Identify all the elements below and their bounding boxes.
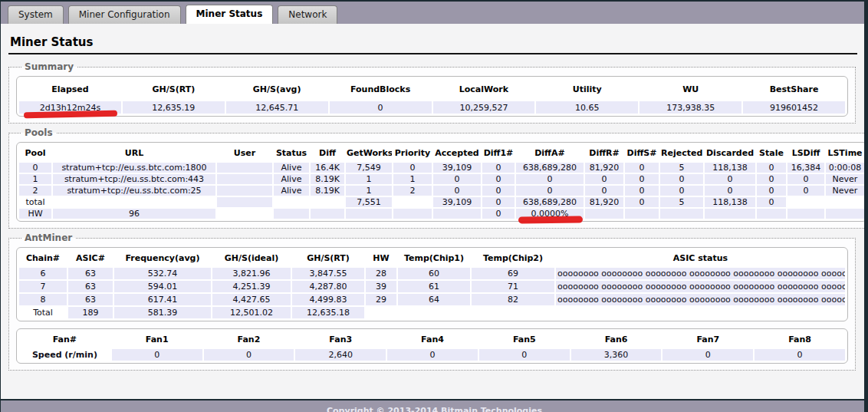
table-cell bbox=[705, 209, 755, 219]
column-header: Fan4 bbox=[387, 331, 478, 348]
column-header: Fan6 bbox=[571, 331, 662, 348]
column-header: Rejected bbox=[660, 145, 703, 161]
pools-table-wrap: PoolURLUserStatusDiffGetWorksPriorityAcc… bbox=[16, 142, 867, 222]
table-cell: 594.01 bbox=[114, 281, 211, 292]
table-cell: 0 bbox=[433, 174, 481, 184]
pools-table: PoolURLUserStatusDiffGetWorksPriorityAcc… bbox=[18, 143, 866, 220]
table-cell: stratum+tcp://eu.ss.btc.com:25 bbox=[53, 186, 215, 196]
table-cell: 0 bbox=[479, 349, 570, 361]
table-cell bbox=[625, 209, 659, 219]
table-cell: stratum+tcp://eu.ss.btc.com:443 bbox=[53, 174, 215, 184]
table-cell: 3,821.96 bbox=[212, 268, 291, 279]
column-header: DiffA# bbox=[516, 145, 584, 161]
table-row: 0stratum+tcp://eu.ss.btc.com:1800Alive16… bbox=[19, 163, 864, 173]
table-cell bbox=[585, 209, 623, 219]
title-divider bbox=[8, 53, 857, 54]
table-cell: 12,501.02 bbox=[212, 307, 291, 318]
table-cell: 4,251.39 bbox=[212, 281, 291, 292]
miner-status-page: Miner Status Summary ElapsedGH/S(RT)GH/S… bbox=[1, 24, 868, 399]
table-cell: 7,549 bbox=[346, 163, 392, 173]
table-cell: Never bbox=[826, 174, 864, 184]
table-cell bbox=[217, 163, 272, 173]
pools-legend: Pools bbox=[21, 127, 56, 138]
summary-table: ElapsedGH/S(RT)GH/S(avg)FoundBlocksLocal… bbox=[18, 77, 847, 115]
table-row: 1stratum+tcp://eu.ss.btc.com:443Alive8.1… bbox=[19, 174, 864, 184]
table-cell: 0 bbox=[516, 174, 584, 184]
table-cell: 638,689,280 bbox=[516, 197, 584, 207]
column-header: GH/S(ideal) bbox=[212, 250, 291, 266]
column-header: DiffR# bbox=[585, 145, 623, 161]
column-header: Fan# bbox=[19, 331, 110, 348]
table-cell: 1 bbox=[19, 174, 51, 184]
table-cell: oooooooo oooooooo oooooooo oooooooo oooo… bbox=[556, 268, 845, 279]
table-cell: 0 bbox=[757, 197, 786, 207]
table-cell bbox=[311, 197, 344, 207]
table-cell: 82 bbox=[472, 294, 554, 305]
table-cell: 7,551 bbox=[346, 197, 392, 207]
copyright-text: Copyright © 2013-2014 Bitmain Technologi… bbox=[1, 400, 868, 412]
table-cell: 61 bbox=[398, 281, 470, 292]
column-header: Diff1# bbox=[482, 145, 515, 161]
tab-miner-configuration[interactable]: Miner Configuration bbox=[68, 5, 181, 24]
table-cell: 6 bbox=[19, 268, 67, 279]
column-header: URL bbox=[53, 145, 215, 161]
table-cell bbox=[217, 174, 272, 184]
table-cell: 2d13h12m24s bbox=[19, 101, 121, 114]
table-cell: 7 bbox=[19, 281, 67, 292]
column-header: GetWorks bbox=[346, 145, 392, 161]
table-cell bbox=[393, 209, 432, 219]
table-cell bbox=[787, 197, 824, 207]
column-header: Pool bbox=[19, 145, 51, 161]
column-header: Fan1 bbox=[112, 331, 202, 348]
table-cell: stratum+tcp://eu.ss.btc.com:1800 bbox=[53, 163, 215, 173]
top-tab-bar: SystemMiner ConfigurationMiner StatusNet… bbox=[1, 0, 868, 24]
table-cell: 4,427.65 bbox=[212, 294, 291, 305]
table-cell: 12,635.19 bbox=[123, 101, 225, 114]
fans-table-wrap: Fan#Fan1Fan2Fan3Fan4Fan5Fan6Fan7Fan8Spee… bbox=[16, 328, 848, 364]
header-row: ElapsedGH/S(RT)GH/S(avg)FoundBlocksLocal… bbox=[19, 79, 845, 100]
table-cell: 0 bbox=[757, 174, 786, 184]
table-cell: 0 bbox=[705, 174, 755, 184]
column-header: HW bbox=[366, 250, 396, 266]
column-header: DiffS# bbox=[625, 145, 659, 161]
summary-legend: Summary bbox=[21, 61, 77, 72]
table-row: total7,55139,1090638,689,28081,92005118,… bbox=[19, 197, 864, 207]
column-header: LSDiff bbox=[787, 145, 824, 161]
section-gap bbox=[16, 321, 848, 328]
table-cell: 0 bbox=[585, 174, 623, 184]
table-cell bbox=[274, 197, 309, 207]
table-row: 2d13h12m24s12,635.1912,645.71010,259,527… bbox=[19, 101, 845, 114]
column-header: Fan3 bbox=[295, 331, 386, 348]
tab-network[interactable]: Network bbox=[278, 5, 337, 24]
tab-miner-status[interactable]: Miner Status bbox=[186, 5, 274, 24]
table-cell: 0 bbox=[787, 174, 824, 184]
table-cell: oooooooo oooooooo oooooooo oooooooo oooo… bbox=[556, 294, 845, 305]
table-cell: 0 bbox=[625, 174, 659, 184]
tab-system[interactable]: System bbox=[8, 5, 64, 24]
column-header: FoundBlocks bbox=[330, 79, 432, 100]
table-cell: 8.19K bbox=[311, 174, 344, 184]
column-header: Utility bbox=[536, 79, 638, 100]
table-cell: 28 bbox=[366, 268, 396, 279]
table-cell: total bbox=[19, 197, 51, 207]
antminer-web-ui: SystemMiner ConfigurationMiner StatusNet… bbox=[0, 0, 868, 412]
column-header: BestShare bbox=[743, 79, 845, 100]
table-cell bbox=[556, 307, 845, 318]
table-cell: 0 bbox=[663, 349, 753, 361]
table-cell bbox=[53, 197, 215, 207]
table-row: Total189581.3912,501.0212,635.18 bbox=[19, 307, 845, 318]
column-header: GH/S(avg) bbox=[226, 79, 328, 100]
column-header: Status bbox=[274, 145, 309, 161]
column-header: ASIC status bbox=[556, 250, 845, 266]
table-cell: 0 bbox=[625, 163, 659, 173]
table-cell: 10,259,527 bbox=[433, 101, 535, 114]
table-cell: Alive bbox=[274, 174, 309, 184]
table-cell: 0 bbox=[482, 186, 515, 196]
column-header: Temp(Chip2) bbox=[472, 250, 554, 266]
table-cell: 0 bbox=[330, 101, 432, 114]
table-row: HW9600.0000% bbox=[19, 209, 864, 219]
table-cell bbox=[393, 197, 432, 207]
table-cell: oooooooo oooooooo oooooooo oooooooo oooo… bbox=[556, 281, 845, 292]
table-cell: 39 bbox=[366, 281, 396, 292]
column-header: User bbox=[217, 145, 272, 161]
